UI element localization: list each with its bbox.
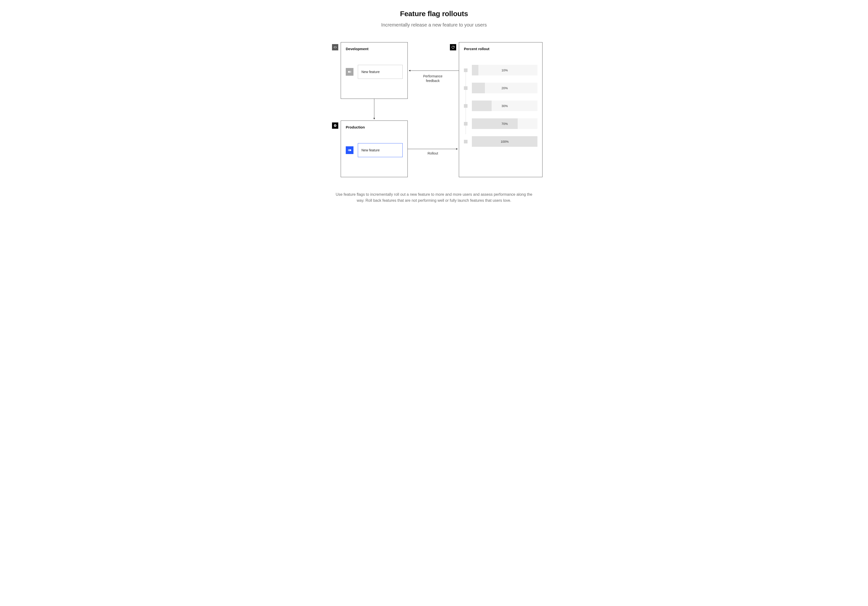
refresh-icon — [450, 44, 456, 50]
rollout-step: 100% — [464, 136, 538, 147]
rollout-step-label: 20% — [472, 83, 538, 93]
percent-rollout-heading: Percent rollout — [464, 47, 538, 51]
footer-description: Use feature flags to incrementally roll … — [334, 192, 534, 204]
page-subtitle: Incrementally release a new feature to y… — [294, 22, 574, 28]
rollout-step-label: 10% — [472, 65, 538, 76]
percent-rollout-panel: Percent rollout 10%20%30%70%100% — [459, 42, 542, 177]
toggle-off-icon — [346, 68, 353, 76]
rollout-step-marker — [464, 68, 468, 72]
rollout-arrow-label: Rollout — [412, 151, 453, 156]
rollout-step-marker — [464, 86, 468, 90]
rollout-step: 70% — [464, 118, 538, 129]
code-icon — [332, 44, 338, 50]
rollout-step-label: 100% — [472, 136, 538, 147]
development-panel: Development New feature — [341, 42, 408, 99]
rollout-step-marker — [464, 104, 468, 108]
toggle-on-icon — [346, 146, 353, 154]
rollout-diagram: Development New feature Production New f… — [326, 42, 542, 177]
rollout-step-marker — [464, 122, 468, 126]
rollout-step: 30% — [464, 101, 538, 111]
rollout-step-marker — [464, 140, 468, 143]
rollout-step: 10% — [464, 65, 538, 76]
rollout-step-bar: 30% — [472, 101, 538, 111]
rollout-step-bar: 10% — [472, 65, 538, 76]
feedback-arrow-label: Performancefeedback — [412, 74, 453, 83]
page-title: Feature flag rollouts — [294, 10, 574, 18]
production-heading: Production — [346, 125, 403, 129]
production-feature-chip: New feature — [358, 143, 403, 157]
production-panel: Production New feature — [341, 121, 408, 177]
rollout-step-label: 30% — [472, 101, 538, 111]
rollout-step-bar: 100% — [472, 136, 538, 147]
rollout-step: 20% — [464, 83, 538, 93]
development-heading: Development — [346, 47, 403, 51]
rollout-step-label: 70% — [472, 118, 538, 129]
rollout-step-bar: 70% — [472, 118, 538, 129]
gear-icon — [332, 122, 338, 129]
development-feature-chip: New feature — [358, 65, 403, 79]
rollout-step-bar: 20% — [472, 83, 538, 93]
